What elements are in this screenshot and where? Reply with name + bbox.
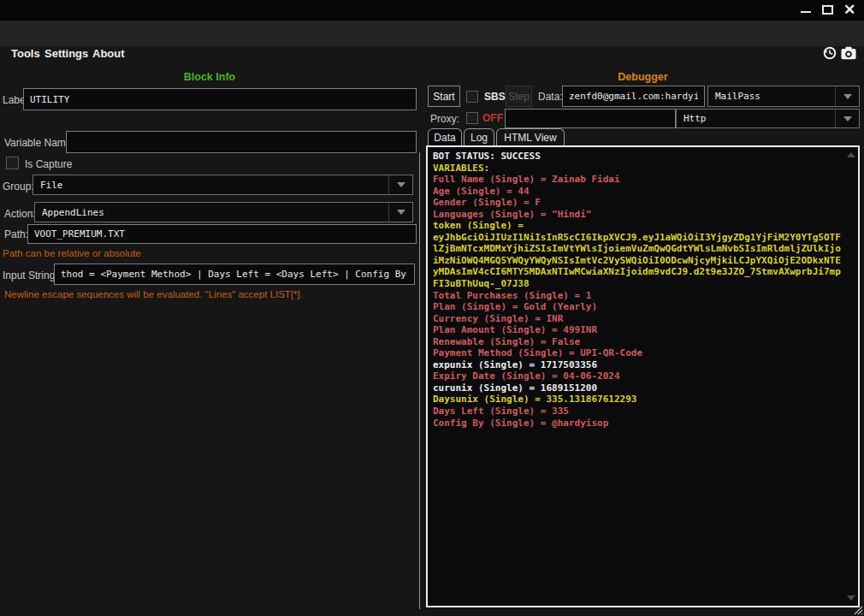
input-string-note: Newline escape sequences will be evaluat… [4, 289, 303, 299]
minimize-icon[interactable] [801, 11, 811, 13]
console-line: Age (Single) = 44 [433, 186, 844, 198]
console-line: Plan (Single) = Gold (Yearly) [433, 301, 844, 313]
console-line: token (Single) = [433, 220, 844, 232]
wordlist-type-select[interactable]: MailPass [707, 86, 860, 107]
group-value: File [40, 180, 63, 191]
start-button[interactable]: Start [428, 86, 460, 107]
console-line: Plan Amount (Single) = 499INR [433, 324, 844, 336]
menu-bar: Tools Settings About [0, 21, 864, 46]
close-icon[interactable]: ✕ [843, 1, 855, 20]
panel-splitter[interactable] [419, 152, 420, 609]
path-input[interactable] [27, 224, 417, 244]
proxy-type-select[interactable]: Http [676, 109, 860, 128]
group-label: Group: [3, 181, 34, 192]
action-value: AppendLines [42, 207, 104, 218]
console-line: VARIABLES: [433, 163, 844, 175]
console-line: Payment Method (Single) = UPI-QR-Code [433, 347, 844, 359]
tab-data[interactable]: Data [428, 128, 462, 146]
variable-name-input[interactable] [66, 131, 417, 153]
path-note: Path can be relative or absolute [3, 248, 141, 258]
input-string-label: Input String: [3, 270, 58, 281]
menu-about[interactable]: About [92, 47, 125, 60]
debugger-title: Debugger [426, 71, 860, 83]
console-line: curunix (Single) = 1689151200 [433, 382, 844, 394]
console-line: Full Name (Single) = Zainab Fidai [433, 174, 844, 186]
action-select[interactable]: AppendLines [34, 202, 413, 222]
history-icon[interactable] [822, 45, 837, 61]
chevron-down-icon [843, 116, 852, 121]
console-line: expunix (Single) = 1717503356 [433, 359, 844, 371]
sbs-checkbox[interactable] [466, 91, 478, 103]
proxy-label: Proxy: [430, 113, 459, 125]
variable-name-label: Variable Name: [4, 137, 74, 149]
chevron-down-icon [397, 210, 405, 215]
console-line: Languages (Single) = "Hindi" [433, 209, 844, 221]
console-line: Currency (Single) = INR [433, 313, 844, 325]
action-label: Action: [4, 208, 36, 220]
label-input[interactable] [23, 88, 417, 110]
sbs-label: SBS [484, 91, 506, 103]
block-info-title: Block Info [0, 71, 419, 83]
debugger-console[interactable]: BOT STATUS: SUCCESSVARIABLES:Full Name (… [426, 145, 860, 607]
is-capture-checkbox[interactable] [6, 157, 19, 169]
console-line: Total Purchases (Single) = 1 [433, 290, 844, 302]
proxy-checkbox[interactable] [466, 112, 478, 124]
title-bar: ✕ [0, 0, 864, 21]
step-button[interactable]: Step [506, 86, 532, 107]
console-line: Expiry Date (Single) = 04-06-2024 [433, 370, 844, 382]
console-line: lZjBmNTcxMDMxYjhiZSIsImVtYWlsIjoiemVuZmQ… [433, 243, 844, 255]
scroll-up-icon[interactable] [847, 152, 855, 157]
console-line: Gender (Single) = F [433, 197, 844, 209]
console-line: BOT STATUS: SUCCESS [433, 151, 844, 163]
maximize-icon[interactable] [822, 5, 833, 15]
data-input[interactable] [562, 86, 705, 107]
chevron-down-icon [843, 94, 852, 99]
console-line: FI3uBThUuq-_07J38 [433, 278, 844, 290]
menu-settings[interactable]: Settings [44, 47, 88, 60]
wordlist-type-value: MailPass [715, 91, 760, 102]
proxy-input[interactable] [505, 109, 676, 128]
input-string-input[interactable] [54, 264, 415, 285]
proxy-type-value: Http [684, 113, 707, 124]
console-line: Renewable (Single) = False [433, 336, 844, 348]
is-capture-label: Is Capture [25, 158, 72, 170]
console-line: Config By (Single) = @hardyisop [433, 418, 844, 429]
scroll-down-icon[interactable] [847, 595, 855, 601]
path-label: Path: [4, 228, 28, 240]
tab-log[interactable]: Log [464, 128, 494, 146]
console-line: Daysunix (Single) = 335.131867612293 [433, 394, 844, 406]
group-select[interactable]: File [33, 175, 413, 195]
console-line: iMzNiOWQ4MGQ5YWQyYWQyNSIsImtVc2VySWQiOiI… [433, 255, 844, 267]
proxy-status: OFF [482, 112, 503, 124]
chevron-down-icon [397, 182, 405, 187]
resize-grip-icon[interactable] [853, 605, 863, 615]
menu-tools[interactable]: Tools [11, 47, 40, 60]
data-label: Data: [538, 91, 563, 103]
console-output: BOT STATUS: SUCCESSVARIABLES:Full Name (… [433, 151, 844, 429]
tab-html-view[interactable]: HTML View [496, 128, 565, 146]
camera-icon[interactable] [840, 45, 857, 61]
console-line: Days Left (Single) = 335 [433, 406, 844, 418]
console-line: eyJhbGciOiJIUzI1NiIsInR5cCI6IkpXVCJ9.eyJ… [433, 232, 844, 244]
console-line: yMDAsImV4cCI6MTY5MDAxNTIwMCwiaXNzIjoidm9… [433, 266, 844, 278]
